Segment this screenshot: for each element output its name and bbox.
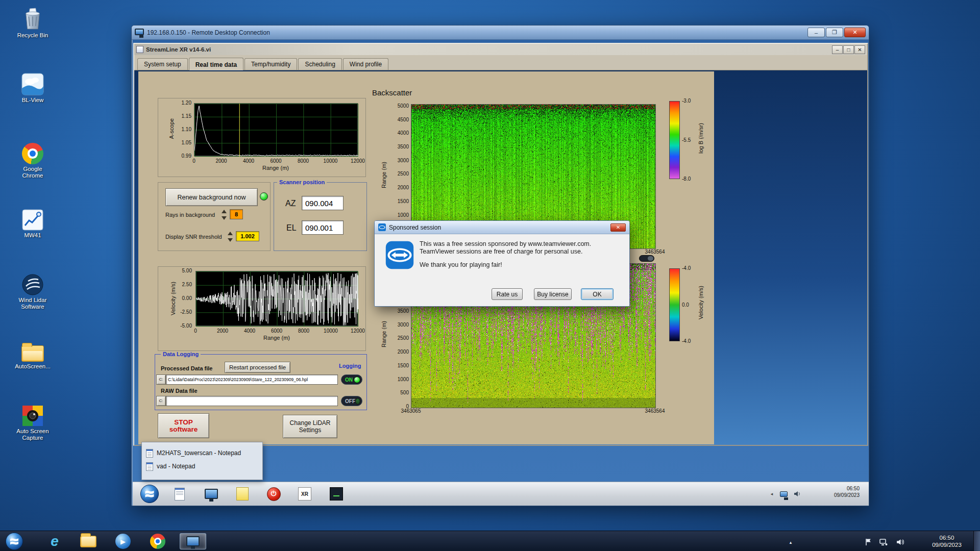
ascope-x-ticks: 020004000600080001000012000 — [185, 158, 367, 164]
labview-restore-button[interactable]: □ — [843, 45, 854, 54]
tick-label: 4000 — [398, 130, 409, 136]
dialog-close-button[interactable]: ✕ — [610, 223, 626, 232]
processed-logging-toggle[interactable]: ON — [341, 374, 362, 385]
snr-value-field[interactable]: 1.002 — [236, 231, 259, 241]
labview-minimize-button[interactable]: – — [832, 45, 843, 54]
internet-explorer-icon[interactable]: e — [44, 533, 65, 549]
rdp-restore-button[interactable]: ❐ — [826, 28, 843, 37]
stop-software-button[interactable]: STOP software — [158, 413, 209, 438]
rdp-minimize-button[interactable]: – — [807, 28, 825, 37]
action-center-flag-icon[interactable] — [864, 537, 873, 546]
raw-path-field[interactable] — [166, 396, 338, 406]
ascope-y-ticks: 1.201.151.101.050.99 — [168, 100, 191, 159]
rdp-close-button[interactable]: ✕ — [844, 28, 866, 37]
desktop-icon-autoscreen-folder[interactable]: AutoScreen... — [8, 336, 57, 370]
tray-expand-icon[interactable]: ▴ — [786, 538, 795, 547]
remote-tray-expand-icon[interactable]: ◂ — [767, 489, 776, 498]
tab-scheduling[interactable]: Scheduling — [298, 58, 341, 70]
heatmap-mode-toggle[interactable] — [639, 255, 654, 262]
backscatter-x-end: 3463564 — [634, 249, 675, 255]
processed-logging-led — [354, 377, 360, 383]
tick-label: -3.0 — [682, 98, 691, 104]
raw-logging-toggle[interactable]: OFF — [341, 396, 362, 406]
tick-label: -8.0 — [682, 176, 691, 182]
labview-titlebar[interactable]: StreamLine XR v14-6.vi – □ ✕ — [134, 44, 867, 55]
auto-screen-capture-icon — [8, 401, 57, 427]
tick-label: 12000 — [349, 158, 367, 164]
chrome-taskbar-icon[interactable] — [147, 533, 168, 549]
taskbar-window-list-popup: M2HATS_towerscan - Notepad vad - Notepad — [141, 442, 263, 480]
restart-processed-file-button[interactable]: Restart processed file — [225, 362, 290, 373]
remote-taskbar-notes-icon[interactable] — [233, 485, 252, 503]
volume-icon[interactable] — [895, 537, 904, 546]
bl-view-icon — [8, 70, 57, 95]
dialog-message: This was a free session sponsored by www… — [420, 240, 591, 269]
desktop-icon-bl-view[interactable]: BL-View — [8, 70, 57, 104]
desktop-icon-recycle-bin[interactable]: Recycle Bin — [8, 5, 57, 39]
raw-drive-button[interactable]: C: — [156, 396, 166, 406]
az-value-field[interactable]: 090.004 — [302, 196, 344, 210]
labview-close-button[interactable]: ✕ — [854, 45, 865, 54]
media-player-icon[interactable]: ▶ — [112, 533, 134, 549]
tab-temp-humidity[interactable]: Temp/humidity — [244, 58, 297, 70]
remote-taskbar-display-icon[interactable] — [202, 485, 220, 503]
tick-label: 500 — [400, 390, 409, 396]
tick-label: 4000 — [240, 328, 259, 334]
tick-label: 1.20 — [182, 100, 191, 106]
tick-label: 4500 — [398, 117, 409, 123]
tick-label: 1500 — [398, 363, 409, 369]
popup-item-m2hats-towerscan[interactable]: M2HATS_towerscan - Notepad — [146, 446, 258, 460]
tick-label: 0.00 — [182, 295, 192, 302]
scanner-position-box — [274, 182, 367, 251]
remote-taskbar-clock[interactable]: 06:50 09/09/2023 — [820, 485, 860, 498]
velocity-plot — [195, 271, 358, 326]
tab-wind-profile[interactable]: Wind profile — [343, 58, 388, 70]
desktop-icon-auto-screen-capture[interactable]: Auto Screen Capture — [8, 401, 57, 441]
processed-path-field[interactable]: C:\Lidar\Data\Proc\2023\202309\20230909\… — [166, 374, 338, 385]
tick-label: 2.50 — [182, 282, 192, 288]
remote-taskbar-notepad-icon[interactable] — [170, 485, 189, 503]
rdp-titlebar[interactable]: 192.168.0.150 - Remote Desktop Connectio… — [132, 26, 869, 40]
remote-taskbar-terminal-icon[interactable] — [327, 485, 346, 503]
remote-start-button[interactable] — [140, 484, 159, 504]
remote-taskbar-power-icon[interactable]: ⏻ — [264, 485, 283, 503]
start-button[interactable] — [5, 532, 23, 550]
rays-spinner[interactable] — [222, 210, 227, 220]
show-desktop-button[interactable] — [973, 531, 980, 551]
taskbar-clock[interactable]: 06:50 09/09/2023 — [925, 534, 969, 548]
host-taskbar: e ▶ ▴ 06:50 09/09/2023 — [0, 531, 980, 551]
tick-label: 5000 — [398, 103, 409, 109]
processed-drive-button[interactable]: C: — [156, 374, 166, 385]
tab-system-setup[interactable]: System setup — [137, 58, 188, 70]
velocity-colorbar — [669, 268, 680, 341]
rdp-taskbar-button[interactable] — [180, 533, 206, 549]
network-icon[interactable] — [879, 537, 888, 546]
desktop-icon-mw41[interactable]: MW41 — [8, 205, 57, 239]
windows-explorer-icon[interactable] — [78, 533, 99, 549]
rdp-window-icon — [135, 28, 144, 37]
remote-desktop: StreamLine XR v14-6.vi – □ ✕ System setu… — [133, 40, 869, 506]
snr-spinner[interactable] — [228, 232, 233, 242]
change-lidar-settings-button[interactable]: Change LiDAR Settings — [283, 415, 337, 438]
tick-label: -4.0 — [682, 265, 691, 271]
desktop-icon-wind-lidar-software[interactable]: Wind Lidar Software — [8, 270, 57, 310]
rate-us-button[interactable]: Rate us — [492, 288, 523, 300]
backscatter-colorbar-label: log B (/m/sr) — [698, 113, 704, 164]
buy-license-button[interactable]: Buy license — [534, 288, 572, 300]
velocity-heatmap-y-axis-label: Range (m) — [381, 314, 387, 355]
el-value-field[interactable]: 090.001 — [302, 220, 344, 235]
dialog-titlebar[interactable]: Sponsored session ✕ — [375, 221, 629, 234]
popup-item-vad[interactable]: vad - Notepad — [146, 460, 258, 473]
velocity-y-ticks: 5.002.500.00-2.50-5.00 — [169, 268, 192, 329]
ok-button[interactable]: OK — [581, 288, 614, 300]
remote-taskbar-xr-icon[interactable]: XR — [296, 485, 314, 503]
rays-value-field[interactable]: 8 — [230, 209, 243, 219]
tick-label: 0 — [186, 328, 205, 334]
tab-real-time-data[interactable]: Real time data — [189, 58, 243, 70]
remote-tray-display-icon[interactable] — [779, 489, 788, 498]
desktop-icon-google-chrome[interactable]: Google Chrome — [8, 139, 57, 179]
notepad-icon — [146, 449, 153, 458]
remote-tray-volume-icon[interactable] — [793, 489, 802, 498]
renew-background-button[interactable]: Renew background now — [165, 188, 258, 206]
data-logging-title: Data Logging — [161, 351, 201, 357]
